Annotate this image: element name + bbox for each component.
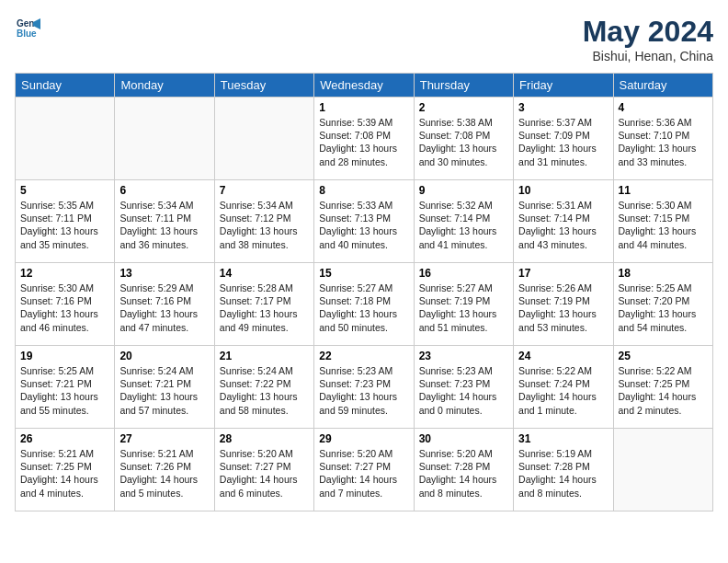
- day-info: Sunrise: 5:27 AM Sunset: 7:19 PM Dayligh…: [419, 282, 508, 334]
- day-number: 16: [419, 267, 508, 280]
- week-row-1: 1Sunrise: 5:39 AM Sunset: 7:08 PM Daylig…: [16, 98, 713, 180]
- day-number: 20: [119, 350, 209, 362]
- day-info: Sunrise: 5:25 AM Sunset: 7:21 PM Dayligh…: [20, 364, 109, 417]
- calendar-cell-5-4: 29Sunrise: 5:20 AM Sunset: 7:27 PM Dayli…: [314, 429, 414, 511]
- calendar-cell-1-4: 1Sunrise: 5:39 AM Sunset: 7:08 PM Daylig…: [314, 98, 414, 180]
- day-number: 29: [319, 432, 408, 445]
- day-number: 27: [119, 432, 209, 445]
- day-info: Sunrise: 5:37 AM Sunset: 7:09 PM Dayligh…: [518, 116, 608, 168]
- header-friday: Friday: [514, 74, 613, 98]
- day-number: 8: [319, 184, 408, 197]
- day-info: Sunrise: 5:36 AM Sunset: 7:10 PM Dayligh…: [619, 116, 708, 168]
- calendar-cell-2-7: 11Sunrise: 5:30 AM Sunset: 7:15 PM Dayli…: [613, 180, 712, 263]
- page-header: General Blue May 2024 Bishui, Henan, Chi…: [15, 15, 713, 63]
- day-number: 21: [220, 350, 309, 362]
- week-row-4: 19Sunrise: 5:25 AM Sunset: 7:21 PM Dayli…: [16, 346, 713, 429]
- header-monday: Monday: [115, 74, 214, 98]
- logo: General Blue: [15, 15, 40, 40]
- calendar-cell-2-4: 8Sunrise: 5:33 AM Sunset: 7:13 PM Daylig…: [314, 180, 414, 263]
- day-number: 4: [619, 101, 708, 114]
- day-info: Sunrise: 5:32 AM Sunset: 7:14 PM Dayligh…: [419, 199, 508, 251]
- day-info: Sunrise: 5:29 AM Sunset: 7:16 PM Dayligh…: [119, 282, 209, 334]
- day-number: 15: [319, 267, 408, 280]
- day-number: 19: [20, 350, 109, 362]
- calendar-cell-1-5: 2Sunrise: 5:38 AM Sunset: 7:08 PM Daylig…: [414, 98, 513, 180]
- days-header-row: Sunday Monday Tuesday Wednesday Thursday…: [16, 74, 713, 98]
- day-info: Sunrise: 5:27 AM Sunset: 7:18 PM Dayligh…: [319, 282, 408, 334]
- calendar-cell-4-2: 20Sunrise: 5:24 AM Sunset: 7:21 PM Dayli…: [115, 346, 214, 429]
- day-number: 12: [20, 267, 109, 280]
- calendar-cell-2-5: 9Sunrise: 5:32 AM Sunset: 7:14 PM Daylig…: [414, 180, 513, 263]
- day-number: 23: [419, 350, 508, 362]
- day-number: 10: [518, 184, 608, 197]
- day-info: Sunrise: 5:23 AM Sunset: 7:23 PM Dayligh…: [319, 364, 408, 417]
- calendar-cell-1-3: [214, 98, 313, 180]
- day-info: Sunrise: 5:34 AM Sunset: 7:12 PM Dayligh…: [220, 199, 309, 251]
- day-info: Sunrise: 5:33 AM Sunset: 7:13 PM Dayligh…: [319, 199, 408, 251]
- title-block: May 2024 Bishui, Henan, China: [583, 15, 713, 63]
- day-info: Sunrise: 5:39 AM Sunset: 7:08 PM Dayligh…: [319, 116, 408, 168]
- day-number: 31: [518, 432, 608, 445]
- day-number: 17: [518, 267, 608, 280]
- day-info: Sunrise: 5:20 AM Sunset: 7:27 PM Dayligh…: [220, 447, 309, 500]
- day-info: Sunrise: 5:34 AM Sunset: 7:11 PM Dayligh…: [119, 199, 209, 251]
- calendar-cell-1-2: [115, 98, 214, 180]
- svg-text:Blue: Blue: [17, 29, 37, 39]
- day-info: Sunrise: 5:35 AM Sunset: 7:11 PM Dayligh…: [20, 199, 109, 251]
- calendar-cell-3-1: 12Sunrise: 5:30 AM Sunset: 7:16 PM Dayli…: [16, 263, 115, 346]
- day-info: Sunrise: 5:24 AM Sunset: 7:21 PM Dayligh…: [119, 364, 209, 417]
- day-info: Sunrise: 5:24 AM Sunset: 7:22 PM Dayligh…: [220, 364, 309, 417]
- day-info: Sunrise: 5:20 AM Sunset: 7:27 PM Dayligh…: [319, 447, 408, 500]
- day-info: Sunrise: 5:20 AM Sunset: 7:28 PM Dayligh…: [419, 447, 508, 500]
- day-info: Sunrise: 5:23 AM Sunset: 7:23 PM Dayligh…: [419, 364, 508, 417]
- day-info: Sunrise: 5:30 AM Sunset: 7:16 PM Dayligh…: [20, 282, 109, 334]
- calendar-cell-4-7: 25Sunrise: 5:22 AM Sunset: 7:25 PM Dayli…: [613, 346, 712, 429]
- calendar-cell-2-3: 7Sunrise: 5:34 AM Sunset: 7:12 PM Daylig…: [214, 180, 313, 263]
- day-info: Sunrise: 5:25 AM Sunset: 7:20 PM Dayligh…: [619, 282, 708, 334]
- day-number: 28: [220, 432, 309, 445]
- day-info: Sunrise: 5:19 AM Sunset: 7:28 PM Dayligh…: [518, 447, 608, 500]
- calendar-cell-3-7: 18Sunrise: 5:25 AM Sunset: 7:20 PM Dayli…: [613, 263, 712, 346]
- calendar-cell-5-5: 30Sunrise: 5:20 AM Sunset: 7:28 PM Dayli…: [414, 429, 513, 511]
- day-info: Sunrise: 5:38 AM Sunset: 7:08 PM Dayligh…: [419, 116, 508, 168]
- header-thursday: Thursday: [414, 74, 513, 98]
- calendar-cell-1-1: [16, 98, 115, 180]
- day-number: 24: [518, 350, 608, 362]
- day-number: 26: [20, 432, 109, 445]
- day-number: 30: [419, 432, 508, 445]
- calendar-cell-5-7: [613, 429, 712, 511]
- day-number: 22: [319, 350, 408, 362]
- calendar-cell-2-2: 6Sunrise: 5:34 AM Sunset: 7:11 PM Daylig…: [115, 180, 214, 263]
- calendar-cell-4-4: 22Sunrise: 5:23 AM Sunset: 7:23 PM Dayli…: [314, 346, 414, 429]
- day-info: Sunrise: 5:21 AM Sunset: 7:25 PM Dayligh…: [20, 447, 109, 500]
- calendar-cell-3-5: 16Sunrise: 5:27 AM Sunset: 7:19 PM Dayli…: [414, 263, 513, 346]
- calendar-cell-1-6: 3Sunrise: 5:37 AM Sunset: 7:09 PM Daylig…: [514, 98, 613, 180]
- day-number: 6: [119, 184, 209, 197]
- day-info: Sunrise: 5:22 AM Sunset: 7:25 PM Dayligh…: [619, 364, 708, 417]
- week-row-3: 12Sunrise: 5:30 AM Sunset: 7:16 PM Dayli…: [16, 263, 713, 346]
- calendar-cell-4-3: 21Sunrise: 5:24 AM Sunset: 7:22 PM Dayli…: [214, 346, 313, 429]
- calendar-subtitle: Bishui, Henan, China: [583, 49, 713, 63]
- day-number: 1: [319, 101, 408, 114]
- day-number: 14: [220, 267, 309, 280]
- week-row-5: 26Sunrise: 5:21 AM Sunset: 7:25 PM Dayli…: [16, 429, 713, 511]
- day-number: 9: [419, 184, 508, 197]
- calendar-cell-3-2: 13Sunrise: 5:29 AM Sunset: 7:16 PM Dayli…: [115, 263, 214, 346]
- day-info: Sunrise: 5:22 AM Sunset: 7:24 PM Dayligh…: [518, 364, 608, 417]
- calendar-table: Sunday Monday Tuesday Wednesday Thursday…: [15, 73, 713, 511]
- day-number: 2: [419, 101, 508, 114]
- calendar-cell-4-6: 24Sunrise: 5:22 AM Sunset: 7:24 PM Dayli…: [514, 346, 613, 429]
- day-info: Sunrise: 5:28 AM Sunset: 7:17 PM Dayligh…: [220, 282, 309, 334]
- header-wednesday: Wednesday: [314, 74, 414, 98]
- header-saturday: Saturday: [613, 74, 712, 98]
- calendar-cell-5-3: 28Sunrise: 5:20 AM Sunset: 7:27 PM Dayli…: [214, 429, 313, 511]
- calendar-cell-4-1: 19Sunrise: 5:25 AM Sunset: 7:21 PM Dayli…: [16, 346, 115, 429]
- header-sunday: Sunday: [16, 74, 115, 98]
- logo-icon: General Blue: [15, 15, 40, 40]
- day-info: Sunrise: 5:30 AM Sunset: 7:15 PM Dayligh…: [619, 199, 708, 251]
- calendar-cell-3-3: 14Sunrise: 5:28 AM Sunset: 7:17 PM Dayli…: [214, 263, 313, 346]
- day-info: Sunrise: 5:31 AM Sunset: 7:14 PM Dayligh…: [518, 199, 608, 251]
- day-info: Sunrise: 5:21 AM Sunset: 7:26 PM Dayligh…: [119, 447, 209, 500]
- day-number: 5: [20, 184, 109, 197]
- calendar-cell-5-1: 26Sunrise: 5:21 AM Sunset: 7:25 PM Dayli…: [16, 429, 115, 511]
